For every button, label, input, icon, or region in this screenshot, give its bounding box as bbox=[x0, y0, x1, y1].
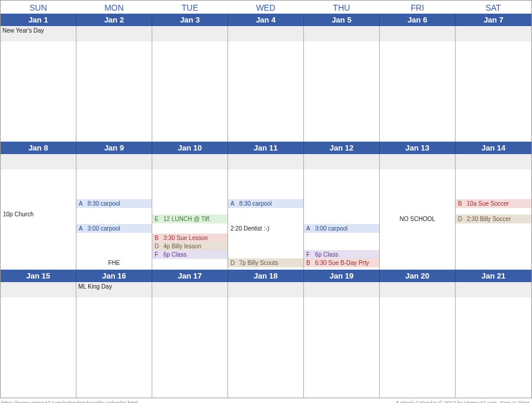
events-area: 10p Church bbox=[1, 169, 76, 270]
day-cell[interactable] bbox=[380, 26, 456, 142]
day-cell[interactable] bbox=[1, 282, 76, 398]
events-area: A 8:30 carpoolA 3:00 carpoolFHE bbox=[76, 169, 152, 270]
event-category-tag: D bbox=[458, 216, 465, 222]
holiday-zone bbox=[152, 154, 227, 169]
calendar-event[interactable]: A 8:30 carpool bbox=[76, 199, 152, 208]
holiday-zone bbox=[456, 282, 531, 298]
event-category-tag: A bbox=[230, 200, 238, 207]
date-header: Jan 21 bbox=[456, 270, 531, 282]
day-of-week-header: SUNMONTUEWEDTHUFRISAT bbox=[1, 1, 531, 14]
holiday-zone bbox=[152, 282, 227, 298]
date-header: Jan 13 bbox=[380, 142, 456, 154]
events-area bbox=[152, 41, 227, 142]
calendar-event[interactable]: B 3:30 Sue Lesson bbox=[152, 234, 227, 242]
holiday-zone bbox=[228, 26, 303, 41]
event-category-tag: A bbox=[79, 200, 86, 207]
events-area: NO SCHOOL bbox=[380, 169, 455, 270]
date-header: Jan 15 bbox=[1, 270, 76, 282]
calendar-event[interactable]: B 10a Sue Soccer bbox=[456, 199, 531, 208]
day-cell[interactable] bbox=[228, 26, 304, 142]
day-cell[interactable] bbox=[304, 282, 380, 398]
holiday-zone bbox=[456, 154, 531, 169]
date-header: Jan 2 bbox=[76, 14, 152, 26]
date-header: Jan 7 bbox=[456, 14, 531, 26]
date-header: Jan 3 bbox=[152, 14, 228, 26]
day-cell[interactable] bbox=[152, 26, 228, 142]
events-area bbox=[456, 298, 531, 398]
events-area bbox=[76, 298, 152, 398]
day-cell[interactable]: A 8:30 carpoolA 3:00 carpoolFHE bbox=[76, 154, 152, 270]
date-header: Jan 11 bbox=[228, 142, 304, 154]
date-header: Jan 8 bbox=[1, 142, 76, 154]
holiday-zone bbox=[380, 282, 455, 298]
day-cell[interactable]: A 3:00 carpoolF 6p ClassB 6:30 Sue B-Day… bbox=[304, 154, 380, 270]
day-of-week-label: SUN bbox=[1, 1, 76, 14]
calendar-event[interactable]: E 12 LUNCH @ Tiff. bbox=[152, 215, 227, 223]
calendar-event[interactable]: 10p Church bbox=[1, 210, 76, 219]
date-header: Jan 20 bbox=[380, 270, 456, 282]
events-area bbox=[228, 298, 303, 398]
week-row: Jan 1Jan 2Jan 3Jan 4Jan 5Jan 6Jan 7New Y… bbox=[1, 14, 531, 142]
event-category-tag: A bbox=[306, 225, 313, 232]
date-header: Jan 17 bbox=[152, 270, 228, 282]
calendar-event[interactable]: D 7p Billy Scouts bbox=[228, 258, 303, 267]
event-category-tag: F bbox=[155, 251, 162, 258]
calendar-event[interactable]: F 6p Class bbox=[152, 250, 227, 259]
day-cell[interactable]: A 8:30 carpool2:20 Dentist :-)D 7p Billy… bbox=[228, 154, 304, 270]
date-header: Jan 4 bbox=[228, 14, 304, 26]
events-area bbox=[152, 298, 227, 398]
week-body: ML King Day bbox=[1, 282, 531, 398]
calendar: SUNMONTUEWEDTHUFRISAT Jan 1Jan 2Jan 3Jan… bbox=[0, 0, 532, 398]
calendar-event[interactable]: 2:20 Dentist :-) bbox=[228, 224, 303, 233]
week-row: Jan 8Jan 9Jan 10Jan 11Jan 12Jan 13Jan 14… bbox=[1, 142, 531, 270]
day-of-week-label: FRI bbox=[380, 1, 456, 14]
calendar-event[interactable]: FHE bbox=[76, 258, 152, 267]
day-cell[interactable] bbox=[228, 282, 304, 398]
calendar-event[interactable]: F 6p Class bbox=[304, 250, 379, 259]
date-header: Jan 9 bbox=[76, 142, 152, 154]
calendar-event[interactable]: D 2:30 Billy Soccer bbox=[456, 215, 531, 223]
date-header: Jan 1 bbox=[1, 14, 76, 26]
day-cell[interactable] bbox=[456, 282, 531, 398]
day-cell[interactable] bbox=[380, 282, 456, 398]
holiday-zone bbox=[304, 154, 379, 169]
events-area bbox=[456, 41, 531, 142]
calendar-event[interactable]: A 8:30 carpool bbox=[228, 199, 303, 208]
holiday-zone: ML King Day bbox=[76, 282, 152, 298]
holiday-zone: New Year's Day bbox=[1, 26, 76, 41]
holiday-zone bbox=[152, 26, 227, 41]
event-category-tag: B bbox=[306, 260, 313, 266]
day-cell[interactable]: 10p Church bbox=[1, 154, 76, 270]
day-cell[interactable] bbox=[456, 26, 531, 142]
day-cell[interactable]: B 10a Sue SoccerD 2:30 Billy Soccer bbox=[456, 154, 531, 270]
events-area: E 12 LUNCH @ Tiff.B 3:30 Sue LessonD 4p … bbox=[152, 169, 227, 270]
events-area bbox=[1, 298, 76, 398]
event-category-tag: B bbox=[155, 235, 162, 241]
events-area bbox=[228, 41, 303, 142]
day-cell[interactable] bbox=[304, 26, 380, 142]
event-category-tag: D bbox=[155, 243, 162, 250]
day-cell[interactable]: E 12 LUNCH @ Tiff.B 3:30 Sue LessonD 4p … bbox=[152, 154, 228, 270]
events-area bbox=[1, 41, 76, 142]
day-of-week-label: WED bbox=[228, 1, 304, 14]
calendar-event[interactable]: A 3:00 carpool bbox=[76, 224, 152, 233]
event-category-tag: E bbox=[155, 216, 162, 222]
date-header: Jan 19 bbox=[304, 270, 380, 282]
date-header: Jan 14 bbox=[456, 142, 531, 154]
holiday-zone bbox=[380, 26, 455, 41]
date-header: Jan 18 bbox=[228, 270, 304, 282]
day-cell[interactable]: NO SCHOOL bbox=[380, 154, 456, 270]
day-cell[interactable] bbox=[152, 282, 228, 398]
day-cell[interactable]: ML King Day bbox=[76, 282, 152, 398]
event-category-tag: B bbox=[458, 200, 465, 207]
event-category-tag: F bbox=[306, 251, 313, 258]
day-cell[interactable]: New Year's Day bbox=[1, 26, 76, 142]
calendar-event[interactable]: D 4p Billy lesson bbox=[152, 242, 227, 251]
calendar-event[interactable]: NO SCHOOL bbox=[380, 215, 455, 223]
calendar-event[interactable]: B 6:30 Sue B-Day Prty bbox=[304, 258, 379, 267]
day-cell[interactable] bbox=[76, 26, 152, 142]
holiday-zone bbox=[304, 26, 379, 41]
calendar-event[interactable] bbox=[1, 258, 76, 261]
calendar-event[interactable]: A 3:00 carpool bbox=[304, 224, 379, 233]
date-header-row: Jan 8Jan 9Jan 10Jan 11Jan 12Jan 13Jan 14 bbox=[1, 142, 531, 154]
